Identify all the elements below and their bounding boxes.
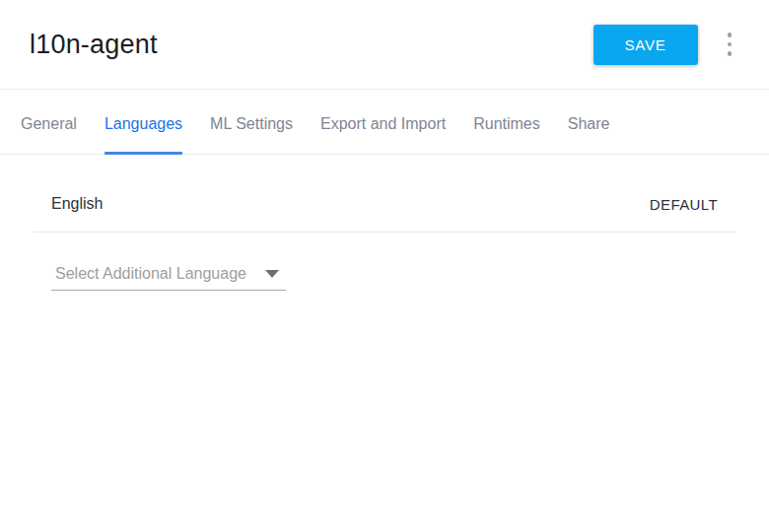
- more-options-button[interactable]: [724, 27, 736, 62]
- default-language-name: English: [51, 195, 103, 213]
- kebab-menu-icon: [728, 51, 733, 56]
- additional-language-placeholder: Select Additional Language: [55, 265, 246, 283]
- dropdown-arrow-icon: [265, 270, 279, 278]
- default-language-row: English DEFAULT: [0, 195, 769, 213]
- save-button[interactable]: SAVE: [594, 25, 698, 65]
- tab-general[interactable]: General: [21, 90, 77, 154]
- agent-title: l10n-agent: [30, 30, 594, 60]
- settings-tab-bar: General Languages ML Settings Export and…: [0, 90, 769, 155]
- default-language-badge: DEFAULT: [650, 196, 718, 213]
- additional-language-select[interactable]: Select Additional Language: [51, 265, 286, 291]
- tab-ml-settings[interactable]: ML Settings: [210, 90, 293, 154]
- tab-languages[interactable]: Languages: [105, 90, 182, 154]
- kebab-menu-icon: [728, 42, 733, 47]
- kebab-menu-icon: [728, 33, 733, 37]
- languages-panel: English DEFAULT Select Additional Langua…: [0, 195, 769, 291]
- header: l10n-agent SAVE: [0, 0, 769, 90]
- tab-runtimes[interactable]: Runtimes: [473, 90, 540, 154]
- language-row-divider: [34, 232, 735, 233]
- tab-export-and-import[interactable]: Export and Import: [320, 90, 446, 154]
- tab-share[interactable]: Share: [568, 90, 610, 154]
